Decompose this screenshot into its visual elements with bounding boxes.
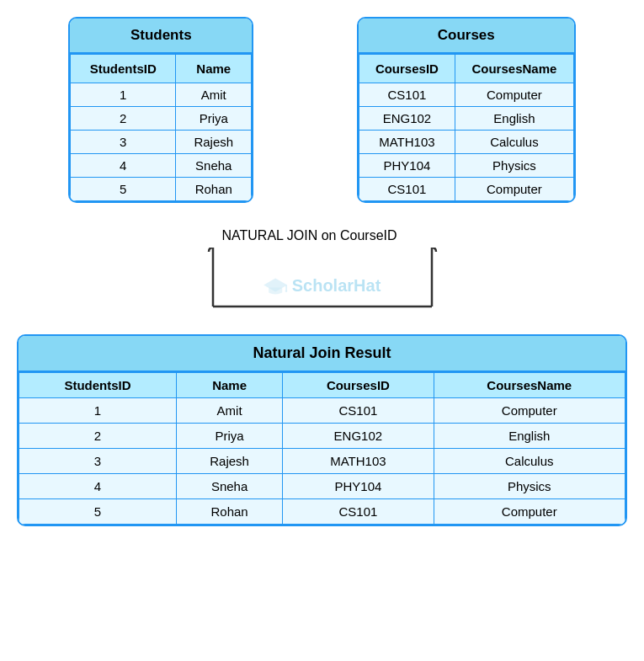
result-header-cell: StudentsID xyxy=(19,373,177,398)
table-cell: 5 xyxy=(19,499,177,525)
table-cell: Priya xyxy=(176,424,282,449)
table-cell: Sneha xyxy=(176,154,252,178)
table-cell: Priya xyxy=(176,107,252,131)
table-cell: MATH103 xyxy=(359,131,455,154)
courses-header-cell: CoursesName xyxy=(455,55,574,83)
table-row: CS101Computer xyxy=(359,178,573,201)
table-cell: Rajesh xyxy=(176,131,252,154)
join-section: NATURAL JOIN on CourseID ScholarHat xyxy=(17,228,627,326)
table-cell: Computer xyxy=(455,178,574,201)
table-cell: Calculus xyxy=(455,131,574,154)
table-cell: Amit xyxy=(176,398,282,424)
top-tables-section: Students StudentsIDName 1Amit2Priya3Raje… xyxy=(17,17,627,203)
table-cell: ENG102 xyxy=(359,107,455,131)
table-cell: CS101 xyxy=(359,83,455,107)
table-cell: Rajesh xyxy=(176,449,282,474)
table-cell: Sneha xyxy=(176,474,282,499)
table-cell: PHY104 xyxy=(359,154,455,178)
table-cell: CS101 xyxy=(283,398,434,424)
table-cell: ENG102 xyxy=(283,424,434,449)
table-row: 3Rajesh xyxy=(71,131,252,154)
table-cell: CS101 xyxy=(359,178,455,201)
table-row: 1AmitCS101Computer xyxy=(19,398,625,424)
table-cell: 2 xyxy=(19,424,177,449)
table-cell: English xyxy=(434,424,625,449)
table-cell: Physics xyxy=(455,154,574,178)
table-row: ENG102English xyxy=(359,107,573,131)
table-cell: Computer xyxy=(434,499,625,525)
table-cell: 1 xyxy=(19,398,177,424)
table-cell: Rohan xyxy=(176,178,252,201)
courses-table-title: Courses xyxy=(359,19,574,54)
table-cell: Computer xyxy=(434,398,625,424)
table-row: 1Amit xyxy=(71,83,252,107)
table-row: PHY104Physics xyxy=(359,154,573,178)
result-header-cell: CoursesName xyxy=(434,373,625,398)
students-header-cell: Name xyxy=(176,55,252,83)
table-cell: PHY104 xyxy=(283,474,434,499)
result-header-cell: Name xyxy=(176,373,282,398)
table-row: 2Priya xyxy=(71,107,252,131)
courses-table: Courses CoursesIDCoursesName CS101Comput… xyxy=(357,17,576,203)
table-cell: 4 xyxy=(71,154,176,178)
table-cell: Physics xyxy=(434,474,625,499)
result-section: Natural Join Result StudentsIDNameCourse… xyxy=(17,334,627,526)
table-row: 4Sneha xyxy=(71,154,252,178)
table-row: 3RajeshMATH103Calculus xyxy=(19,449,625,474)
table-cell: MATH103 xyxy=(283,449,434,474)
result-table: Natural Join Result StudentsIDNameCourse… xyxy=(17,334,627,526)
bracket-svg xyxy=(162,248,482,323)
join-label: NATURAL JOIN on CourseID xyxy=(0,228,627,243)
table-row: CS101Computer xyxy=(359,83,573,107)
table-cell: 5 xyxy=(71,178,176,201)
table-cell: Amit xyxy=(176,83,252,107)
table-row: 5RohanCS101Computer xyxy=(19,499,625,525)
table-row: 4SnehaPHY104Physics xyxy=(19,474,625,499)
table-cell: CS101 xyxy=(283,499,434,525)
students-table-title: Students xyxy=(70,19,252,54)
table-row: 2PriyaENG102English xyxy=(19,424,625,449)
result-table-title: Natural Join Result xyxy=(19,336,625,372)
courses-header-cell: CoursesID xyxy=(359,55,455,83)
students-header-cell: StudentsID xyxy=(71,55,176,83)
table-row: 5Rohan xyxy=(71,178,252,201)
table-cell: Calculus xyxy=(434,449,625,474)
table-cell: Rohan xyxy=(176,499,282,525)
table-cell: Computer xyxy=(455,83,574,107)
table-cell: 3 xyxy=(19,449,177,474)
result-header-cell: CoursesID xyxy=(283,373,434,398)
table-cell: 1 xyxy=(71,83,176,107)
table-cell: 2 xyxy=(71,107,176,131)
table-cell: 4 xyxy=(19,474,177,499)
table-cell: English xyxy=(455,107,574,131)
table-row: MATH103Calculus xyxy=(359,131,573,154)
students-table: Students StudentsIDName 1Amit2Priya3Raje… xyxy=(68,17,253,203)
table-cell: 3 xyxy=(71,131,176,154)
